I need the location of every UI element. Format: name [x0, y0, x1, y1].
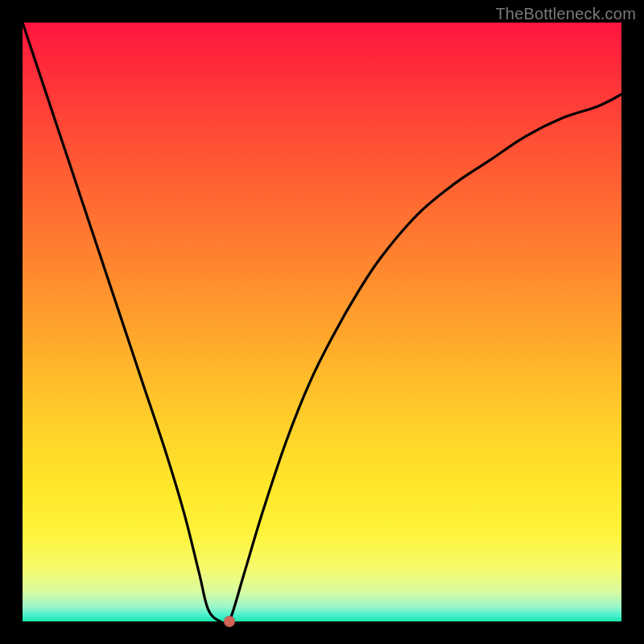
chart-frame: TheBottleneck.com: [0, 0, 644, 644]
optimal-point-marker: [224, 616, 235, 627]
plot-area: [23, 23, 621, 621]
curve-svg: [23, 23, 621, 621]
bottleneck-curve: [23, 23, 621, 621]
watermark-text: TheBottleneck.com: [495, 5, 636, 23]
